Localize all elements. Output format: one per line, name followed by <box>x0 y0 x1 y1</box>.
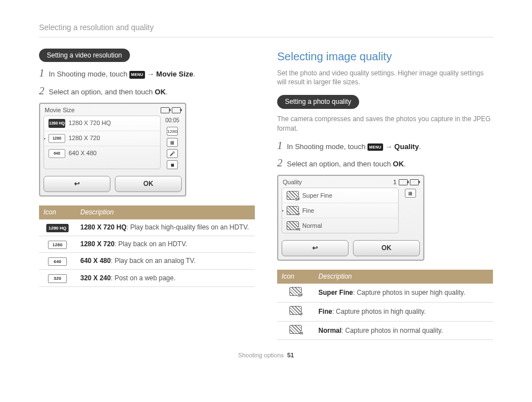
page-header: Selecting a resolution and quality <box>39 22 493 37</box>
ok-icon: OK <box>393 160 404 168</box>
resolution-icon: 320 <box>48 274 67 283</box>
option-label: Normal <box>302 222 322 230</box>
step-text: Select an option, and then touch <box>287 160 393 168</box>
quality-icon: SF <box>289 287 302 296</box>
page-footer: Shooting options 51 <box>39 351 493 360</box>
page-number: 51 <box>287 352 294 358</box>
option-list: 1280 HQ 1280 X 720 HQ 1280 1280 X 720 64… <box>43 116 161 169</box>
side-icon: ▦ <box>167 138 178 147</box>
resolution-icon: 1280 <box>49 134 65 143</box>
table-header-description: Description <box>76 205 255 219</box>
movie-size-label: Movie Size <box>156 70 193 78</box>
side-resolution-icon: 1280 <box>167 127 178 136</box>
table-header-icon: Icon <box>39 205 76 219</box>
arrow-icon: → <box>385 142 394 151</box>
quality-icon: N <box>287 221 299 230</box>
step-number: 2 <box>277 157 283 168</box>
quality-screen: Quality 1 SF Super Fine <box>277 175 424 261</box>
screen-title: Quality <box>283 178 302 186</box>
right-column: Selecting image quality Set the photo an… <box>277 49 493 341</box>
option-1280[interactable]: 1280 1280 X 720 <box>44 131 160 146</box>
battery-icon <box>172 107 181 113</box>
step-2-left: 2 Select an option, and then touch OK. <box>39 85 255 97</box>
table-row: N Normal: Capture photos in normal quali… <box>277 321 493 340</box>
pill-description: The camera compresses and saves the phot… <box>277 114 493 133</box>
ok-button[interactable]: OK <box>115 176 182 192</box>
section-title: Selecting image quality <box>277 49 493 64</box>
screen-title: Movie Size <box>45 106 75 114</box>
table-header-description: Description <box>314 270 493 284</box>
quality-icon: SF <box>287 191 299 200</box>
option-label: 1280 X 720 HQ <box>69 119 111 127</box>
side-icon: ◼ <box>167 160 178 169</box>
step-number: 2 <box>39 85 45 96</box>
count: 1 <box>393 178 396 186</box>
option-label: Fine <box>302 207 314 215</box>
quality-icon: F <box>287 206 299 215</box>
table-row: 1280 1280 X 720: Play back on an HDTV. <box>39 236 255 252</box>
resolution-icon: 1280 HQ <box>46 224 69 232</box>
option-super-fine[interactable]: SF Super Fine <box>282 188 398 203</box>
arrow-icon: → <box>147 70 156 78</box>
option-1280hq[interactable]: 1280 HQ 1280 X 720 HQ <box>44 116 160 131</box>
quality-table: Icon Description SF Super Fine: Capture … <box>277 270 493 340</box>
option-640[interactable]: 640 640 X 480 <box>44 146 160 161</box>
option-normal[interactable]: N Normal <box>282 218 398 233</box>
step-1-left: 1 In Shooting mode, touch MENU → Movie S… <box>39 68 255 79</box>
table-row: 320 320 X 240: Post on a web page. <box>39 270 255 286</box>
back-button[interactable] <box>43 176 110 192</box>
battery-icon <box>410 179 419 185</box>
mic-icon: 🎤 <box>167 149 178 158</box>
pill-photo-quality: Setting a photo quality <box>277 95 359 109</box>
step-text: In Shooting mode, touch <box>49 70 130 78</box>
resolution-icon: 640 <box>49 149 65 158</box>
footer-section: Shooting options <box>238 352 284 358</box>
side-icon: ▦ <box>405 189 416 198</box>
option-label: 640 X 480 <box>69 149 96 157</box>
step-number: 1 <box>39 68 45 78</box>
battery-icon <box>399 179 408 185</box>
step-2-right: 2 Select an option, and then touch OK. <box>277 157 493 169</box>
left-column: Setting a video resolution 1 In Shooting… <box>39 49 255 341</box>
resolution-icon: 1280 <box>48 241 67 249</box>
step-text: Select an option, and then touch <box>49 88 155 96</box>
quality-label: Quality <box>394 142 419 151</box>
resolution-icon: 1280 HQ <box>49 119 65 128</box>
back-button[interactable] <box>282 240 349 256</box>
option-label: 1280 X 720 <box>69 134 100 142</box>
table-row: SF Super Fine: Capture photos in super h… <box>277 284 493 302</box>
option-fine[interactable]: F Fine <box>282 203 398 218</box>
pill-video-resolution: Setting a video resolution <box>39 49 130 63</box>
timer: 00:05 <box>165 117 179 125</box>
step-1-right: 1 In Shooting mode, touch MENU → Quality… <box>277 140 493 152</box>
resolution-icon: 640 <box>48 257 67 266</box>
table-row: 640 640 X 480: Play back on an analog TV… <box>39 253 255 270</box>
option-label: Super Fine <box>302 192 332 200</box>
step-text: In Shooting mode, touch <box>287 142 368 151</box>
movie-size-screen: Movie Size 1280 HQ 1280 X 720 HQ <box>39 103 186 197</box>
section-intro: Set the photo and video quality settings… <box>277 69 493 88</box>
table-header-icon: Icon <box>277 270 314 284</box>
video-resolution-table: Icon Description 1280 HQ 1280 X 720 HQ: … <box>39 205 255 287</box>
step-number: 1 <box>277 140 283 151</box>
option-list: SF Super Fine F Fine N Normal <box>282 188 399 233</box>
table-row: 1280 HQ 1280 X 720 HQ: Play back high-qu… <box>39 219 255 236</box>
menu-icon: MENU <box>367 143 383 151</box>
battery-icon <box>161 107 170 113</box>
quality-icon: F <box>289 306 302 315</box>
menu-icon: MENU <box>129 71 145 79</box>
ok-button[interactable]: OK <box>353 240 420 256</box>
table-row: F Fine: Capture photos in high quality. <box>277 302 493 321</box>
ok-icon: OK <box>155 88 166 96</box>
quality-icon: N <box>289 325 302 334</box>
